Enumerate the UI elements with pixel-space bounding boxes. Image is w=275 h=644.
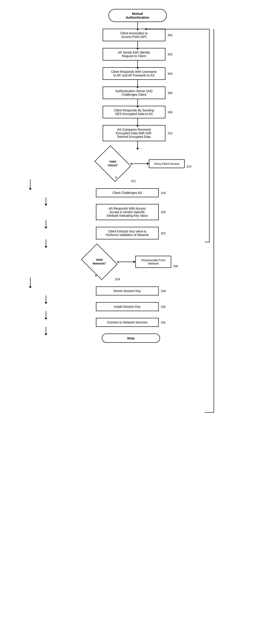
horiz-arrow-324 <box>120 262 134 262</box>
y-label-324: Y <box>95 274 97 278</box>
diamond-312-text: Valid Client? <box>102 160 124 168</box>
arrow-11 <box>46 240 46 246</box>
stop-node-row: Stop <box>52 334 209 343</box>
node-306: Authentication Server (AS) Challenges Cl… <box>103 86 166 99</box>
node-308-label: Client Responds By Sending DES-Encrypted… <box>114 108 154 116</box>
node-304: Client Responds With Username to AP, and… <box>103 67 166 80</box>
arrow-2 <box>138 41 138 48</box>
ref-314: 314 <box>186 165 192 168</box>
ref-302: 302 <box>168 53 172 56</box>
arrow-6 <box>138 118 138 125</box>
ref-312: 312 <box>131 179 136 183</box>
node-320: AS Responds With Access Accept & Vendor-… <box>96 204 159 220</box>
ref-330: 330 <box>161 305 166 308</box>
deny-access-box: Deny Client Access <box>149 159 185 168</box>
diamond-312-section: Valid Client? N Deny Client Access 314 Y <box>59 148 216 179</box>
node-304-row: Client Responds With Username to AP, and… <box>59 67 216 80</box>
n-label-312: N <box>131 162 133 166</box>
ref-300: 300 <box>168 34 172 37</box>
arrow-7 <box>138 141 138 148</box>
node-322-label: Client Extracts Key Value & Performs Val… <box>106 230 149 237</box>
ref-310: 310 <box>168 132 172 135</box>
node-332: Connect to Network Services <box>96 318 159 327</box>
horiz-arrow-312 <box>134 164 147 164</box>
node-308-row: Client Responds By Sending DES-Encrypted… <box>59 106 216 118</box>
node-318-row: Client Challenges AS 318 <box>52 188 209 197</box>
n-arrow-312: N Deny Client Access 314 <box>131 159 192 168</box>
node-332-label: Connect to Network Services <box>107 320 148 324</box>
diamond-312-wrapper: Valid Client? <box>97 150 128 177</box>
y-label-312: Y <box>115 176 117 179</box>
node-306-row: Authentication Server (AS) Challenges Cl… <box>59 86 216 99</box>
diamond-324-text: Valid Network? <box>88 258 110 266</box>
node-332-row: Connect to Network Services 332 <box>52 318 209 327</box>
node-302-row: AP Sends EAP Identity Request to Client … <box>59 48 216 60</box>
node-318: Client Challenges AS <box>96 188 159 197</box>
ref-322: 322 <box>161 232 166 235</box>
node-318-label: Client Challenges AS <box>112 191 142 194</box>
node-310-label: AS Compares Received Encrypted Data With… <box>116 128 152 138</box>
node-306-label: Authentication Server (AS) Challenges Cl… <box>116 89 153 96</box>
node-320-row: AS Responds With Access Accept & Vendor-… <box>52 204 209 220</box>
arrow-5 <box>138 99 138 106</box>
node-322-row: Client Extracts Key Value & Performs Val… <box>52 227 209 240</box>
arrow-12 <box>30 278 30 286</box>
node-310-row: AS Compares Received Encrypted Data With… <box>59 125 216 141</box>
node-330-label: Install Session Key <box>114 305 140 308</box>
ref-326: 326 <box>173 264 178 268</box>
arrow-4 <box>138 80 138 86</box>
node-328-row: Derive Session Key 328 <box>52 286 209 296</box>
node-320-label: AS Responds With Access Accept & Vendor-… <box>107 207 148 218</box>
ref-304: 304 <box>168 72 172 75</box>
arrow-1 <box>138 22 138 29</box>
n-side-324: N Disassociate From Network 326 <box>117 256 178 268</box>
node-302-label: AP Sends EAP Identity Request to Client <box>118 51 150 58</box>
arrow-9 <box>46 197 46 204</box>
arrow-10 <box>46 220 46 227</box>
arrow-14 <box>46 311 46 318</box>
start-node-row: Mutual Authentication <box>59 9 216 22</box>
disassociate-box: Disassociate From Network <box>135 256 171 268</box>
node-330-row: Install Session Key 330 <box>52 302 209 311</box>
flow-container: Mutual Authentication Client Associates … <box>59 4 216 352</box>
arrow-13 <box>46 296 46 302</box>
ref-306: 306 <box>168 91 172 94</box>
start-node: Mutual Authentication <box>108 9 167 22</box>
node-302: AP Sends EAP Identity Request to Client <box>103 48 166 60</box>
n-arrow-324: N Disassociate From Network 326 <box>117 256 178 268</box>
diamond-324-section: Valid Network? N Disassociate From Netwo… <box>52 246 209 278</box>
arrow-8 <box>30 179 30 188</box>
ref-328: 328 <box>161 290 166 293</box>
arrow-3 <box>138 60 138 67</box>
node-310: AS Compares Received Encrypted Data With… <box>103 125 166 141</box>
node-300-row: Client Associates to Access Point (AP) 3… <box>59 29 216 41</box>
start-label: Mutual Authentication <box>126 12 149 19</box>
n-side-312: N Deny Client Access 314 <box>131 159 192 168</box>
flowchart-diagram: Mutual Authentication Client Associates … <box>59 4 216 644</box>
arrow-15 <box>46 327 46 334</box>
ref-332: 332 <box>161 321 166 324</box>
node-322: Client Extracts Key Value & Performs Val… <box>96 227 159 240</box>
node-328: Derive Session Key <box>96 286 159 296</box>
diamond-324-wrapper: Valid Network? <box>84 248 115 275</box>
stop-label: Stop <box>127 336 134 340</box>
node-328-label: Derive Session Key <box>114 289 141 293</box>
node-330: Install Session Key <box>96 302 159 311</box>
ref-324: 324 <box>115 277 120 281</box>
stop-node: Stop <box>102 334 160 343</box>
node-300: Client Associates to Access Point (AP) <box>103 29 166 41</box>
node-308: Client Responds By Sending DES-Encrypted… <box>103 106 166 118</box>
ref-320: 320 <box>161 210 166 214</box>
ref-308: 308 <box>168 110 172 114</box>
node-300-label: Client Associates to Access Point (AP) <box>120 32 148 38</box>
n-label-324: N <box>117 260 119 264</box>
ref-318: 318 <box>161 191 166 194</box>
node-304-label: Client Responds With Username to AP, and… <box>111 70 157 77</box>
